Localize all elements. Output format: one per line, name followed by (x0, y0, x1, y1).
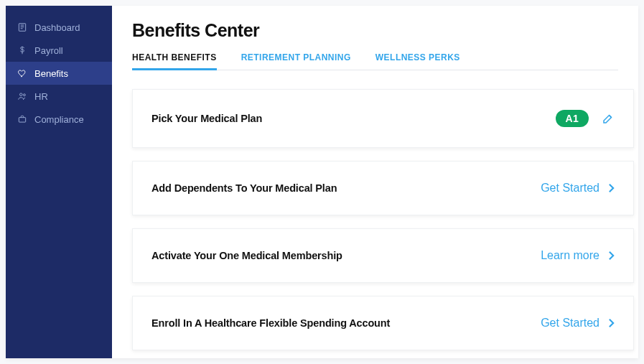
tab-health-benefits[interactable]: HEALTH BENEFITS (132, 52, 217, 70)
tab-label: WELLNESS PERKS (375, 52, 460, 62)
card-actions: Get Started (541, 317, 615, 330)
svg-point-5 (20, 93, 23, 96)
svg-point-6 (24, 94, 26, 96)
tab-bar: HEALTH BENEFITS RETIREMENT PLANNING WELL… (132, 52, 618, 70)
get-started-link[interactable]: Get Started (541, 317, 615, 330)
get-started-link[interactable]: Get Started (541, 182, 615, 195)
card-pick-medical-plan[interactable]: Pick Your Medical Plan A1 (132, 89, 634, 148)
sidebar-item-dashboard[interactable]: Dashboard (6, 16, 112, 39)
card-actions: Get Started (541, 182, 615, 195)
card-add-dependents[interactable]: Add Dependents To Your Medical Plan Get … (132, 161, 634, 215)
pencil-icon[interactable] (602, 112, 615, 125)
app-shell: Dashboard Payroll Benefits HR Compliance (6, 6, 638, 358)
card-title: Pick Your Medical Plan (151, 113, 262, 124)
heart-icon (17, 68, 27, 78)
sidebar-item-payroll[interactable]: Payroll (6, 39, 112, 62)
svg-rect-0 (19, 24, 25, 32)
card-title: Add Dependents To Your Medical Plan (151, 182, 337, 194)
sidebar-item-label: Compliance (34, 115, 84, 124)
status-badge: A1 (556, 110, 589, 127)
learn-more-link[interactable]: Learn more (541, 249, 615, 262)
svg-rect-7 (19, 118, 25, 122)
sidebar: Dashboard Payroll Benefits HR Compliance (6, 6, 112, 358)
action-label: Learn more (541, 249, 599, 262)
card-title: Activate Your One Medical Membership (151, 250, 342, 261)
sidebar-item-label: Benefits (34, 69, 68, 78)
card-title: Enroll In A Healthcare Flexible Spending… (151, 317, 390, 329)
card-fsa-enroll[interactable]: Enroll In A Healthcare Flexible Spending… (132, 296, 634, 350)
dashboard-icon (17, 22, 27, 32)
sidebar-item-hr[interactable]: HR (6, 85, 112, 108)
chevron-right-icon (608, 251, 615, 261)
sidebar-item-label: Dashboard (34, 23, 80, 32)
action-label: Get Started (541, 317, 599, 330)
tab-label: HEALTH BENEFITS (132, 52, 217, 62)
tab-label: RETIREMENT PLANNING (241, 52, 351, 62)
chevron-right-icon (608, 183, 615, 193)
page-title: Benefits Center (132, 20, 618, 41)
tab-wellness-perks[interactable]: WELLNESS PERKS (375, 52, 460, 70)
sidebar-item-compliance[interactable]: Compliance (6, 108, 112, 131)
card-actions: Learn more (541, 249, 615, 262)
dollar-icon (17, 45, 27, 55)
action-label: Get Started (541, 182, 599, 195)
tab-retirement-planning[interactable]: RETIREMENT PLANNING (241, 52, 351, 70)
people-icon (17, 91, 27, 101)
sidebar-item-label: Payroll (34, 46, 63, 55)
main-content: Benefits Center HEALTH BENEFITS RETIREME… (112, 6, 638, 358)
briefcase-icon (17, 114, 27, 124)
sidebar-item-benefits[interactable]: Benefits (6, 62, 112, 85)
chevron-right-icon (608, 318, 615, 328)
sidebar-item-label: HR (34, 92, 48, 101)
card-one-medical[interactable]: Activate Your One Medical Membership Lea… (132, 228, 634, 283)
card-list: Pick Your Medical Plan A1 Add Dependents… (132, 89, 618, 350)
card-actions: A1 (556, 110, 615, 127)
